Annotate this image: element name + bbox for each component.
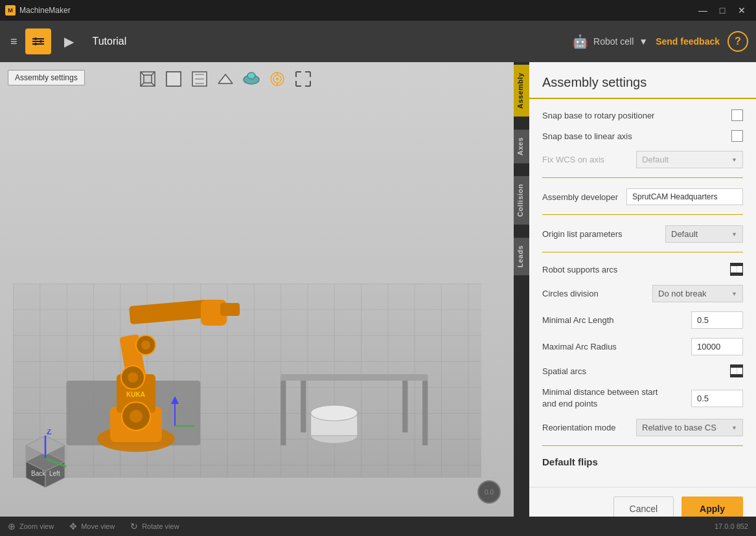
apply-button[interactable]: Apply <box>682 497 743 517</box>
viewport-label: Assembly settings <box>8 70 85 85</box>
svg-text:Z: Z <box>47 429 51 436</box>
viewport-toolbar <box>136 67 315 91</box>
maximize-button[interactable]: □ <box>713 4 731 17</box>
robot-cell-button[interactable]: 🤖 Robot cell ▼ <box>572 34 648 49</box>
default-flips-title: Default flips <box>542 456 743 467</box>
main-toolbar: ≡ ▶ Tutorial 🤖 Robot cell ▼ Send feedbac… <box>0 21 756 62</box>
svg-point-23 <box>276 78 279 80</box>
panel-content: Snap base to rotary positioner Snap base… <box>529 99 756 487</box>
min-dist-input[interactable] <box>691 390 743 407</box>
svg-rect-24 <box>277 72 278 74</box>
reorientation-select[interactable]: Relative to base CS <box>636 419 743 436</box>
robot-cell-label: Robot cell <box>593 36 634 47</box>
move-label: Move view <box>81 522 115 530</box>
zoom-status: ⊕ Zoom view <box>8 521 54 531</box>
svg-point-20 <box>247 73 255 79</box>
play-button[interactable]: ▶ <box>56 28 82 54</box>
min-arc-length-input[interactable] <box>691 311 743 329</box>
feedback-button[interactable]: Send feedback <box>656 36 720 47</box>
rotate-status: ↻ Rotate view <box>130 521 179 531</box>
perspective-icon <box>138 69 157 89</box>
hat-view-button[interactable] <box>240 67 263 91</box>
assembly-dev-label: Assembly developer <box>542 192 626 202</box>
robot-arcs-checkbox[interactable] <box>730 263 743 276</box>
minimize-button[interactable]: — <box>694 4 712 17</box>
divider-4 <box>542 445 743 446</box>
field-max-arc-radius: Maximal Arc Radius <box>542 338 743 355</box>
target-icon <box>268 69 287 89</box>
axis-cube: Back Left Z <box>13 429 71 487</box>
expand-view-button[interactable] <box>292 67 315 91</box>
help-button[interactable]: ? <box>727 31 748 52</box>
robot-cell-arrow: ▼ <box>639 36 648 47</box>
tab-leads[interactable]: Leads <box>514 238 529 275</box>
circles-div-label: Circles division <box>542 289 652 298</box>
field-snap-linear: Snap base to linear axis <box>542 130 743 142</box>
close-button[interactable]: ✕ <box>733 4 751 17</box>
tab-assembly[interactable]: Assembly <box>514 65 529 117</box>
panel-title: Assembly settings <box>529 62 756 99</box>
chevron-down-icon <box>731 156 737 163</box>
titlebar: M MachineMaker — □ ✕ <box>0 0 756 21</box>
front-view-button[interactable] <box>162 67 185 91</box>
reorientation-label: Reorientation mode <box>542 423 636 432</box>
rotate-icon: ↻ <box>130 521 138 531</box>
field-circles-div: Circles division Do not break <box>542 285 743 302</box>
settings-icon-button[interactable] <box>25 28 51 54</box>
robot-svg: KUKA <box>45 284 272 465</box>
camera-value: 0.0 <box>485 489 494 496</box>
play-icon: ▶ <box>64 34 74 49</box>
svg-text:Left: Left <box>49 470 60 477</box>
cancel-button[interactable]: Cancel <box>613 497 674 517</box>
perspective-view-button[interactable] <box>136 67 159 91</box>
snap-linear-label: Snap base to linear axis <box>542 131 731 141</box>
fix-wcs-value: Default <box>642 155 669 164</box>
chevron-down-icon-2 <box>731 230 737 238</box>
expand-icon <box>293 69 313 89</box>
app-logo: M <box>5 5 16 16</box>
svg-rect-41 <box>281 374 428 381</box>
circles-div-select[interactable]: Do not break <box>652 285 743 302</box>
svg-rect-38 <box>422 381 428 445</box>
spatial-arcs-checkbox[interactable] <box>730 364 743 377</box>
axis-cube-svg: Back Left Z <box>13 429 71 487</box>
tab-collision[interactable]: Collision <box>514 176 529 225</box>
field-robot-arcs: Robot supports arcs <box>542 263 743 276</box>
assembly-dev-input[interactable]: SprutCAM Headquarters <box>626 188 743 205</box>
field-origin-list: Origin list parameters Default <box>542 225 743 243</box>
app-name: MachineMaker <box>19 6 71 15</box>
snap-linear-checkbox[interactable] <box>731 130 743 142</box>
svg-rect-1 <box>32 41 44 42</box>
max-arc-radius-input[interactable] <box>691 338 743 355</box>
min-arc-length-label: Minimal Arc Length <box>542 315 691 325</box>
svg-rect-37 <box>281 381 286 445</box>
snap-rotary-checkbox[interactable] <box>731 109 743 121</box>
camera-indicator: 0.0 <box>477 480 501 504</box>
svg-point-44 <box>311 405 358 421</box>
origin-list-select[interactable]: Default <box>665 225 743 243</box>
robot-arcs-label: Robot supports arcs <box>542 265 730 274</box>
max-arc-radius-label: Maximal Arc Radius <box>542 342 691 352</box>
svg-rect-49 <box>129 300 208 324</box>
field-fix-wcs: Fix WCS on axis Default <box>542 151 743 168</box>
svg-rect-40 <box>402 381 407 432</box>
plane-view-button[interactable] <box>214 67 237 91</box>
tab-axes[interactable]: Axes <box>514 129 529 163</box>
svg-point-4 <box>40 40 42 43</box>
viewport-3d[interactable]: Assembly settings <box>0 62 514 517</box>
svg-point-55 <box>141 341 150 350</box>
panel-footer: Cancel Apply <box>529 487 756 517</box>
menu-button[interactable]: ≡ <box>8 32 20 51</box>
snap-rotary-label: Snap base to rotary positioner <box>542 111 731 120</box>
target-view-button[interactable] <box>266 67 289 91</box>
plane-icon <box>216 69 235 89</box>
svg-rect-25 <box>277 84 278 86</box>
toolbar-right: 🤖 Robot cell ▼ Send feedback ? <box>572 31 748 52</box>
origin-list-label: Origin list parameters <box>542 229 665 239</box>
svg-rect-13 <box>166 72 181 86</box>
min-dist-label: Minimal distance between start and end p… <box>542 386 672 410</box>
side-view-button[interactable] <box>188 67 211 91</box>
fix-wcs-select[interactable]: Default <box>636 151 743 168</box>
robot-icon: 🤖 <box>572 34 588 49</box>
floor-area: KUKA <box>13 284 481 478</box>
